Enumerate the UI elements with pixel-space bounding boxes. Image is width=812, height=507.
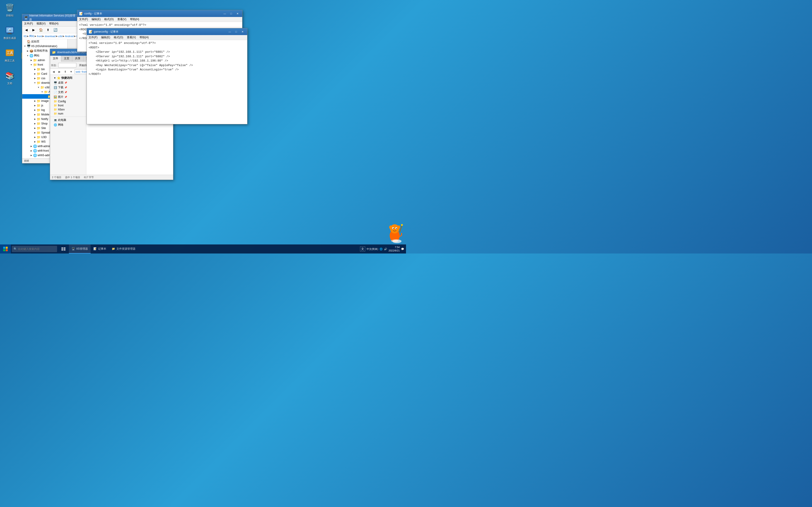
notepad-gameconfig-close[interactable]: ✕ <box>240 29 245 34</box>
breadcrumb-android[interactable]: Android <box>65 35 73 38</box>
nav-front-folder[interactable]: 📁 front <box>50 103 86 108</box>
explorer-up-button[interactable]: ⬆ <box>63 69 68 74</box>
tree-item-iis[interactable]: ▼ 🖥️ IIS (IIS\Administrator) <box>22 44 67 48</box>
network-icon: 🌐 <box>379 247 383 250</box>
ribbon-tab-file[interactable]: 文件 <box>50 56 61 62</box>
notepad-config-menu-format[interactable]: 格式(O) <box>102 17 115 22</box>
nav-documents[interactable]: 📄 文档 📌 <box>50 90 86 95</box>
taskbar-iis-label: IIS管理器 <box>77 247 88 251</box>
ribbon-tab-share[interactable]: 共享 <box>72 56 83 62</box>
notepad-gameconfig-menu-file[interactable]: 文件(F) <box>87 35 99 40</box>
explorer-file-size: 617 字节 <box>84 176 94 179</box>
iis-refresh-button[interactable]: 🔄 <box>52 27 58 33</box>
mascot-svg <box>386 221 404 243</box>
notepad-gameconfig-menu: 文件(F) 编辑(E) 格式(O) 查看(V) 帮助(H) <box>87 35 247 40</box>
notepad-config-close[interactable]: ✕ <box>235 11 240 16</box>
notepad-gameconfig-menu-edit[interactable]: 编辑(E) <box>99 35 112 40</box>
breadcrumb-iis[interactable]: IIS <box>23 35 27 38</box>
notepad-gameconfig-menu-help[interactable]: 帮助(H) <box>138 35 151 40</box>
notepad-gameconfig-title-text: gameconfig - 记事本 <box>94 30 225 34</box>
data-generator-icon[interactable]: AI 数据生成器 <box>2 25 18 40</box>
nav-downloads-label: 下载 <box>58 86 63 90</box>
addr-web[interactable]: web <box>76 70 80 73</box>
nav-h5srv-folder[interactable]: 📁 h5srv <box>50 108 86 112</box>
svg-point-19 <box>401 224 403 226</box>
data-generator-label: 数据生成器 <box>4 37 16 40</box>
notepad-config-menu-view[interactable]: 查看(V) <box>115 17 128 22</box>
svg-point-15 <box>397 225 400 229</box>
tree-item-startpage[interactable]: 🏠 起始页 <box>22 39 67 44</box>
taskbar-notepad-label: 记事本 <box>98 247 106 251</box>
nav-desktop[interactable]: 🖥️ 桌面 📌 <box>50 80 86 85</box>
notepad-config-menu-file[interactable]: 文件(F) <box>77 17 90 22</box>
notepad-config-menu-edit[interactable]: 编辑(E) <box>90 17 102 22</box>
explorer-title-icon: 📁 <box>52 51 56 54</box>
notepad-config-controls: — □ ✕ <box>222 11 240 16</box>
nav-this-pc[interactable]: 💻 此电脑 <box>50 118 86 122</box>
nav-downloads[interactable]: ⬇️ 下载 📌 <box>50 85 86 90</box>
ribbon-tab-home[interactable]: 主页 <box>61 56 72 62</box>
svg-rect-25 <box>64 247 65 249</box>
iis-back-button[interactable]: ◀ <box>23 27 30 33</box>
pin-icon-desktop: 📌 <box>64 81 67 84</box>
nav-network-label: 网络 <box>58 123 63 127</box>
notepad-gameconfig-maximize[interactable]: □ <box>233 29 239 34</box>
iis-home-button[interactable]: 🏠 <box>38 27 44 33</box>
taskview-button[interactable] <box>59 244 68 253</box>
notepad-config-maximize[interactable]: □ <box>228 11 234 16</box>
taskbar-iis-icon: 🖥️ <box>71 247 75 250</box>
recycle-bin-icon[interactable]: 🗑️ 回收站 <box>2 2 18 17</box>
svg-text:工具: 工具 <box>7 51 13 55</box>
iis-up-button[interactable]: ⬆ <box>45 27 51 33</box>
notepad-config-menu-help[interactable]: 帮助(H) <box>128 17 141 22</box>
svg-rect-20 <box>3 247 5 249</box>
nav-quickaccess-header[interactable]: ▼ ⭐ 快捷访问 <box>50 75 86 80</box>
notepad-config-minimize[interactable]: — <box>222 11 228 16</box>
iis-forward-button[interactable]: ▶ <box>30 27 37 33</box>
volume-icon[interactable]: 🔊 <box>384 247 387 250</box>
nav-pictures[interactable]: 🖼️ 图片 📌 <box>50 95 86 99</box>
nav-quickaccess-label: 快捷访问 <box>61 76 72 80</box>
notepad-gameconfig-menu-format[interactable]: 格式(O) <box>112 35 125 40</box>
iis-status-text: 就绪 <box>24 159 29 163</box>
nav-num-folder[interactable]: 📁 num <box>50 112 86 116</box>
explorer-back-button[interactable]: ◀ <box>51 69 56 74</box>
book-label: 文档 <box>7 82 12 85</box>
notepad-gameconfig-minimize[interactable]: — <box>227 29 233 34</box>
system-clock[interactable]: 7:54 2022/8/21 <box>389 245 400 252</box>
breadcrumb-u3d[interactable]: u3d <box>58 35 62 38</box>
addr-front[interactable]: front <box>82 70 87 73</box>
explorer-forward-button[interactable]: ▶ <box>57 69 62 74</box>
taskbar-search-bar[interactable]: 🔍 <box>12 246 57 252</box>
iis-menu-help[interactable]: 帮助(H) <box>47 21 60 26</box>
taskbar-explorer-icon: 📁 <box>112 247 115 250</box>
language-indicator[interactable]: 文 <box>360 246 365 251</box>
nav-network[interactable]: 🌐 网络 <box>50 122 86 127</box>
iis-menu-file[interactable]: 文件(F) <box>22 21 35 26</box>
start-button[interactable] <box>0 244 11 253</box>
svg-rect-24 <box>61 247 63 249</box>
taskbar-search-input[interactable] <box>18 247 52 250</box>
book-icon[interactable]: 📚 文档 <box>2 70 18 85</box>
notepad-config-title-icon: 📝 <box>79 12 83 15</box>
notepad-gameconfig-content[interactable]: <?xml version="1.0" encoding="utf-8"?> <… <box>87 40 247 124</box>
explorer-recent-button[interactable]: ▼ <box>69 69 73 74</box>
tools-icon[interactable]: 工具 网页工具 <box>2 48 18 62</box>
iis-menu-view[interactable]: 视图(V) <box>35 21 47 26</box>
input-method-indicator[interactable]: 中文(简体) <box>367 247 378 251</box>
breadcrumb-front[interactable]: front <box>37 35 42 38</box>
taskbar-app-iis[interactable]: 🖥️ IIS管理器 <box>69 244 91 253</box>
filter-input[interactable] <box>58 63 77 67</box>
breadcrumb-sites[interactable]: 网站 <box>29 35 34 38</box>
filter-label: 筛选: <box>51 64 57 67</box>
nav-config-folder[interactable]: 📁 Config <box>50 99 86 103</box>
taskbar-app-explorer[interactable]: 📁 文件资源管理器 <box>109 244 138 253</box>
breadcrumb-download[interactable]: download <box>45 35 55 38</box>
taskbar-app-notepad[interactable]: 📝 记事本 <box>91 244 109 253</box>
nav-h5srv-label: h5srv <box>58 108 64 111</box>
notepad-gameconfig-menu-view[interactable]: 查看(V) <box>125 35 138 40</box>
notepad-config-menu: 文件(F) 编辑(E) 格式(O) 查看(V) 帮助(H) <box>77 17 242 22</box>
svg-point-13 <box>396 228 397 229</box>
notification-icon[interactable]: 💬 <box>401 247 404 250</box>
search-icon: 🔍 <box>14 247 17 250</box>
